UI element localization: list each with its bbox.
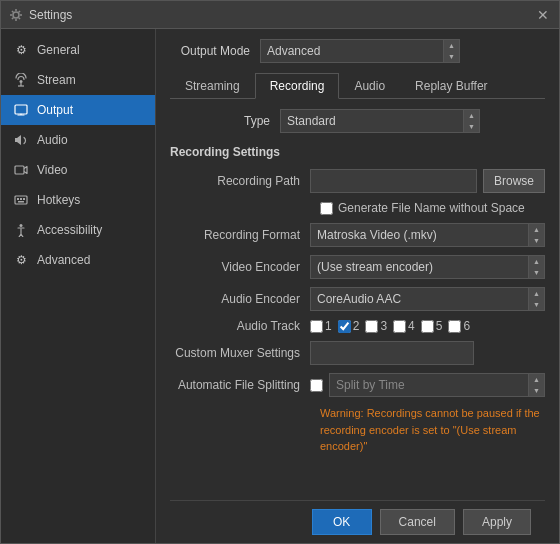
type-row: Type Standard ▲ ▼ xyxy=(170,109,545,133)
recording-path-input[interactable] xyxy=(310,169,477,193)
output-mode-select-wrapper: Advanced ▲ ▼ xyxy=(260,39,460,63)
svg-rect-8 xyxy=(20,198,22,200)
sidebar-item-accessibility[interactable]: Accessibility xyxy=(1,215,155,245)
audio-encoder-down[interactable]: ▼ xyxy=(529,299,544,310)
audio-track-controls: 1 2 3 4 xyxy=(310,319,545,333)
sidebar-item-hotkeys[interactable]: Hotkeys xyxy=(1,185,155,215)
split-type-up[interactable]: ▲ xyxy=(529,374,544,385)
main-content: ⚙ General Stream xyxy=(1,29,559,543)
track-2: 2 xyxy=(338,319,360,333)
hotkeys-icon xyxy=(13,192,29,208)
apply-button[interactable]: Apply xyxy=(463,509,531,535)
auto-file-split-control: Split by Time Split by Size ▲ ▼ xyxy=(310,373,545,397)
generate-filename-label[interactable]: Generate File Name without Space xyxy=(320,201,525,215)
sidebar-item-general[interactable]: ⚙ General xyxy=(1,35,155,65)
sidebar: ⚙ General Stream xyxy=(1,29,156,543)
output-mode-select[interactable]: Advanced xyxy=(260,39,444,63)
svg-rect-4 xyxy=(15,105,27,114)
track-1-checkbox[interactable] xyxy=(310,320,323,333)
output-mode-up-arrow[interactable]: ▲ xyxy=(444,40,459,51)
tab-recording[interactable]: Recording xyxy=(255,73,340,99)
video-encoder-up[interactable]: ▲ xyxy=(529,256,544,267)
tab-audio[interactable]: Audio xyxy=(339,73,400,99)
custom-muxer-row: Custom Muxer Settings xyxy=(170,341,545,365)
track-4: 4 xyxy=(393,319,415,333)
custom-muxer-label: Custom Muxer Settings xyxy=(170,346,310,360)
track-5: 5 xyxy=(421,319,443,333)
ok-button[interactable]: OK xyxy=(312,509,372,535)
right-panel: Output Mode Advanced ▲ ▼ Streaming xyxy=(156,29,559,543)
track-3-checkbox[interactable] xyxy=(365,320,378,333)
recording-format-up[interactable]: ▲ xyxy=(529,224,544,235)
audio-encoder-select[interactable]: CoreAudio AAC AAC MP3 Opus xyxy=(310,287,529,311)
cancel-button[interactable]: Cancel xyxy=(380,509,455,535)
type-down-arrow[interactable]: ▼ xyxy=(464,121,479,132)
settings-window: Settings ✕ ⚙ General Stream xyxy=(0,0,560,544)
close-button[interactable]: ✕ xyxy=(535,7,551,23)
type-select-wrapper: Standard ▲ ▼ xyxy=(280,109,480,133)
advanced-icon: ⚙ xyxy=(13,252,29,268)
video-icon xyxy=(13,162,29,178)
auto-file-split-checkbox[interactable] xyxy=(310,379,323,392)
sidebar-label-stream: Stream xyxy=(37,73,76,87)
video-encoder-row: Video Encoder (Use stream encoder) x264 … xyxy=(170,255,545,279)
audio-track-row: Audio Track 1 2 3 xyxy=(170,319,545,333)
browse-button[interactable]: Browse xyxy=(483,169,545,193)
track-5-checkbox[interactable] xyxy=(421,320,434,333)
recording-format-down[interactable]: ▼ xyxy=(529,235,544,246)
warning-text: Warning: Recordings cannot be paused if … xyxy=(170,405,545,455)
recording-format-select[interactable]: Matroska Video (.mkv) MP4 MOV FLV xyxy=(310,223,529,247)
type-select[interactable]: Standard xyxy=(280,109,464,133)
recording-path-label: Recording Path xyxy=(170,174,310,188)
audio-encoder-spin: ▲ ▼ xyxy=(529,287,545,311)
generate-filename-checkbox[interactable] xyxy=(320,202,333,215)
sidebar-label-accessibility: Accessibility xyxy=(37,223,102,237)
recording-path-control: Browse xyxy=(310,169,545,193)
sidebar-label-advanced: Advanced xyxy=(37,253,90,267)
track-6-checkbox[interactable] xyxy=(448,320,461,333)
output-mode-down-arrow[interactable]: ▼ xyxy=(444,51,459,62)
output-mode-spin-arrows: ▲ ▼ xyxy=(444,39,460,63)
sidebar-item-advanced[interactable]: ⚙ Advanced xyxy=(1,245,155,275)
tabs-row: Streaming Recording Audio Replay Buffer xyxy=(170,73,545,99)
sidebar-label-hotkeys: Hotkeys xyxy=(37,193,80,207)
svg-point-0 xyxy=(13,12,19,18)
type-label: Type xyxy=(170,114,270,128)
type-up-arrow[interactable]: ▲ xyxy=(464,110,479,121)
split-type-select[interactable]: Split by Time Split by Size xyxy=(329,373,529,397)
split-type-spin: ▲ ▼ xyxy=(529,373,545,397)
sidebar-item-audio[interactable]: Audio xyxy=(1,125,155,155)
sidebar-item-output[interactable]: Output xyxy=(1,95,155,125)
track-4-checkbox[interactable] xyxy=(393,320,406,333)
track-2-checkbox[interactable] xyxy=(338,320,351,333)
sidebar-label-general: General xyxy=(37,43,80,57)
track-3: 3 xyxy=(365,319,387,333)
output-icon xyxy=(13,102,29,118)
svg-point-1 xyxy=(20,80,23,83)
custom-muxer-input[interactable] xyxy=(310,341,474,365)
settings-window-icon xyxy=(9,8,23,22)
sidebar-item-video[interactable]: Video xyxy=(1,155,155,185)
recording-settings: Recording Settings Recording Path Browse… xyxy=(170,145,545,500)
auto-file-split-label: Automatic File Splitting xyxy=(170,378,310,392)
custom-muxer-control xyxy=(310,341,545,365)
output-mode-label: Output Mode xyxy=(170,44,250,58)
section-title: Recording Settings xyxy=(170,145,545,159)
track-1: 1 xyxy=(310,319,332,333)
audio-track-label: Audio Track xyxy=(170,319,310,333)
recording-format-spin: ▲ ▼ xyxy=(529,223,545,247)
video-encoder-down[interactable]: ▼ xyxy=(529,267,544,278)
generate-filename-row: Generate File Name without Space xyxy=(170,201,545,215)
video-encoder-select[interactable]: (Use stream encoder) x264 NVENC H.264 xyxy=(310,255,529,279)
tab-streaming[interactable]: Streaming xyxy=(170,73,255,99)
svg-rect-5 xyxy=(15,166,24,174)
recording-path-row: Recording Path Browse xyxy=(170,169,545,193)
audio-encoder-up[interactable]: ▲ xyxy=(529,288,544,299)
split-type-wrapper: Split by Time Split by Size ▲ ▼ xyxy=(329,373,545,397)
split-type-down[interactable]: ▼ xyxy=(529,385,544,396)
sidebar-item-stream[interactable]: Stream xyxy=(1,65,155,95)
stream-icon xyxy=(13,72,29,88)
tab-replay-buffer[interactable]: Replay Buffer xyxy=(400,73,503,99)
audio-encoder-row: Audio Encoder CoreAudio AAC AAC MP3 Opus… xyxy=(170,287,545,311)
svg-point-11 xyxy=(20,224,23,227)
